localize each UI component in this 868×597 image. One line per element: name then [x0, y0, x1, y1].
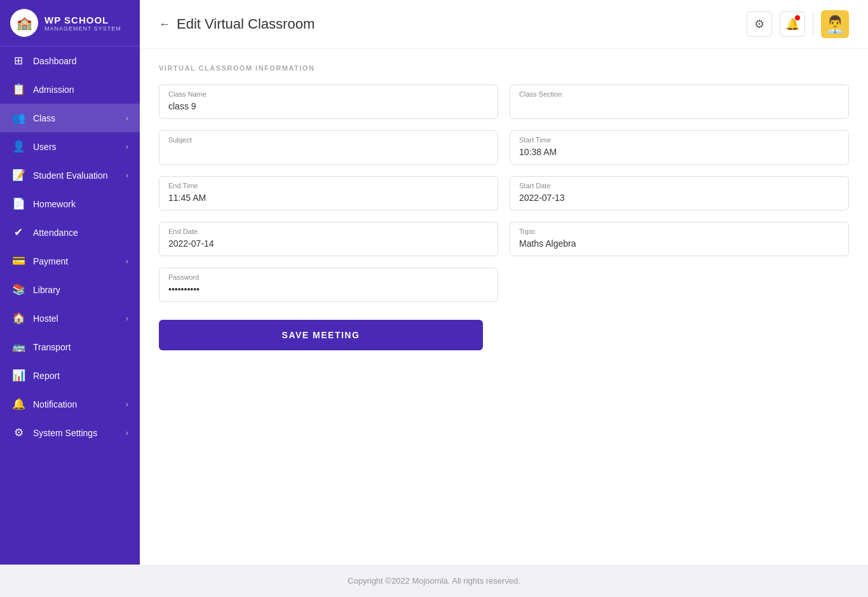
topic-label: Topic [519, 228, 839, 235]
sidebar-label-transport: Transport [33, 342, 71, 352]
sidebar-nav: ⊞ Dashboard 📋 Admission 👥 Class › [0, 46, 140, 447]
notification-icon: 🔔 [11, 397, 25, 411]
sidebar-label-library: Library [33, 285, 60, 295]
sidebar-item-homework[interactable]: 📄 Homework [0, 189, 140, 218]
sidebar-label-dashboard: Dashboard [33, 56, 77, 66]
start-time-input[interactable] [519, 147, 839, 157]
section-label: VIRTUAL CLASSROOM INFORMATION [159, 64, 849, 72]
topic-field: Topic [510, 222, 849, 256]
class-name-field: Class Name [159, 85, 498, 119]
sidebar-item-payment[interactable]: 💳 Payment › [0, 247, 140, 275]
sidebar-item-users[interactable]: 👤 Users › [0, 132, 140, 161]
class-section-label: Class Section [519, 90, 839, 98]
library-icon: 📚 [11, 283, 25, 296]
start-date-input[interactable] [519, 193, 839, 203]
top-bar-actions: ⚙ 🔔 👨‍💼 [747, 10, 849, 38]
logo-title: WP SCHOOL [44, 15, 121, 25]
sidebar-label-student-evaluation: Student Evaluation [33, 170, 108, 181]
class-arrow-icon: › [126, 114, 128, 123]
page-title-area: ← Edit Virtual Classroom [159, 16, 315, 32]
gear-icon: ⚙ [754, 17, 764, 31]
evaluation-icon: 📝 [11, 168, 25, 182]
end-date-field: End Date [159, 222, 498, 256]
sidebar-item-system-settings[interactable]: ⚙ System Settings › [0, 418, 140, 447]
hostel-icon: 🏠 [11, 312, 25, 325]
password-label: Password [168, 273, 489, 281]
footer: Copyright ©2022 Mojoomla. All rights res… [0, 565, 868, 597]
class-section-input[interactable] [519, 101, 839, 111]
sidebar-label-system-settings: System Settings [33, 428, 97, 438]
notifications-button[interactable]: 🔔 [780, 11, 805, 37]
sidebar-label-class: Class [33, 113, 55, 123]
subject-label: Subject [168, 136, 489, 144]
avatar-icon: 👨‍💼 [825, 15, 845, 34]
payment-arrow-icon: › [126, 257, 128, 266]
sidebar-item-transport[interactable]: 🚌 Transport [0, 333, 140, 361]
sidebar-item-attendance[interactable]: ✔ Attendance [0, 218, 140, 247]
class-section-field: Class Section [510, 85, 849, 119]
sidebar-label-notification: Notification [33, 399, 77, 409]
notification-badge [795, 15, 800, 20]
main-content: ← Edit Virtual Classroom ⚙ 🔔 👨‍💼 VIRTUAL… [140, 0, 868, 565]
password-field: Password [159, 268, 498, 302]
sidebar-item-report[interactable]: 📊 Report [0, 361, 140, 390]
start-date-label: Start Date [519, 182, 839, 189]
sidebar-label-payment: Payment [33, 256, 68, 266]
form-grid: Class Name Class Section Subject Start T… [159, 85, 849, 302]
sidebar-item-notification[interactable]: 🔔 Notification › [0, 390, 140, 418]
end-time-label: End Time [168, 182, 489, 189]
end-time-field: End Time [159, 176, 498, 210]
end-date-input[interactable] [168, 238, 489, 249]
hostel-arrow-icon: › [126, 314, 128, 323]
sidebar-item-admission[interactable]: 📋 Admission [0, 75, 140, 104]
sidebar-item-student-evaluation[interactable]: 📝 Student Evaluation › [0, 161, 140, 189]
attendance-icon: ✔ [11, 226, 25, 239]
end-time-input[interactable] [168, 193, 489, 203]
system-settings-arrow-icon: › [126, 429, 128, 437]
divider [813, 13, 813, 36]
class-icon: 👥 [11, 111, 25, 125]
sidebar-label-attendance: Attendance [33, 228, 78, 238]
report-icon: 📊 [11, 369, 25, 382]
sidebar: 🏫 WP SCHOOL MANAGEMENT SYSTEM ⊞ Dashboar… [0, 0, 140, 565]
logo-icon: 🏫 [10, 9, 38, 37]
logo-subtitle: MANAGEMENT SYSTEM [44, 25, 121, 32]
homework-icon: 📄 [11, 197, 25, 210]
page-title: Edit Virtual Classroom [177, 16, 315, 32]
end-date-label: End Date [168, 228, 489, 235]
sidebar-label-report: Report [33, 371, 60, 381]
save-meeting-button[interactable]: SAVE MEETING [159, 320, 483, 350]
subject-field: Subject [159, 130, 498, 165]
class-name-input[interactable] [168, 101, 489, 111]
back-arrow-icon[interactable]: ← [159, 18, 170, 31]
sidebar-label-homework: Homework [33, 199, 76, 209]
sidebar-label-hostel: Hostel [33, 313, 58, 324]
start-time-label: Start Time [519, 136, 839, 144]
top-bar: ← Edit Virtual Classroom ⚙ 🔔 👨‍💼 [140, 0, 868, 49]
subject-input[interactable] [168, 147, 489, 157]
payment-icon: 💳 [11, 254, 25, 268]
dashboard-icon: ⊞ [11, 54, 25, 67]
sidebar-item-dashboard[interactable]: ⊞ Dashboard [0, 46, 140, 75]
transport-icon: 🚌 [11, 340, 25, 353]
logo-area: 🏫 WP SCHOOL MANAGEMENT SYSTEM [0, 0, 140, 46]
notification-arrow-icon: › [126, 400, 128, 409]
password-input[interactable] [168, 284, 489, 294]
admission-icon: 📋 [11, 83, 25, 96]
system-settings-icon: ⚙ [11, 426, 25, 439]
topic-input[interactable] [519, 238, 839, 249]
sidebar-item-library[interactable]: 📚 Library [0, 275, 140, 304]
footer-text: Copyright ©2022 Mojoomla. All rights res… [348, 576, 520, 586]
form-area: VIRTUAL CLASSROOM INFORMATION Class Name… [140, 49, 868, 565]
sidebar-label-admission: Admission [33, 85, 74, 95]
evaluation-arrow-icon: › [126, 171, 128, 180]
sidebar-item-hostel[interactable]: 🏠 Hostel › [0, 304, 140, 333]
logo-text: WP SCHOOL MANAGEMENT SYSTEM [44, 15, 121, 32]
sidebar-item-class[interactable]: 👥 Class › [0, 104, 140, 132]
users-icon: 👤 [11, 140, 25, 153]
start-date-field: Start Date [510, 176, 849, 210]
user-avatar[interactable]: 👨‍💼 [821, 10, 849, 38]
settings-button[interactable]: ⚙ [747, 11, 772, 37]
sidebar-label-users: Users [33, 142, 57, 152]
users-arrow-icon: › [126, 142, 128, 151]
